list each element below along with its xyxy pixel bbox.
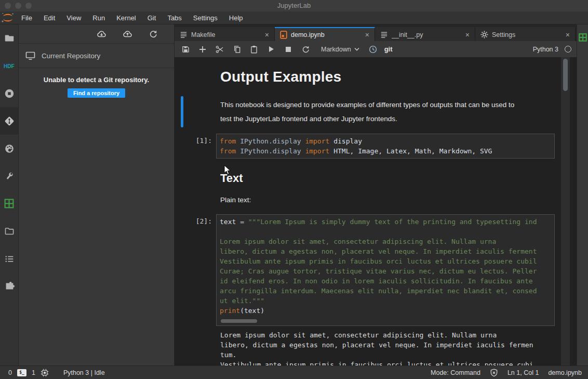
cell-2-output: Lorem ipsum dolor sit amet, consectetur … — [220, 330, 561, 365]
kernel-status-label[interactable]: Python 3 | Idle — [63, 369, 105, 376]
dock-tab-bar: Makefile × demo.ipynb × __init__.py × — [175, 24, 577, 41]
sidebar-item-hdf5[interactable]: HDF — [0, 52, 18, 80]
active-file-label[interactable]: demo.ipynb — [548, 369, 582, 376]
tab-demo-ipynb[interactable]: demo.ipynb × — [275, 27, 375, 41]
clock-icon-button[interactable] — [366, 43, 380, 56]
git-panel: Current Repository Unable to detect a Gi… — [19, 24, 175, 365]
code-editor-1[interactable]: from IPython.display import displayfrom … — [216, 134, 555, 159]
zoom-window-button[interactable] — [25, 3, 32, 9]
pull-changes-button[interactable] — [97, 29, 107, 38]
close-tab-icon[interactable]: × — [364, 31, 370, 38]
notebook-content: Output Examples This notebook is designe… — [175, 57, 577, 365]
menu-item[interactable]: Help — [223, 11, 249, 24]
markdown-cell-intro[interactable]: This notebook is designed to provide exa… — [220, 96, 561, 127]
code-line: Lorem ipsum dolor sit amet, consectetur … — [220, 237, 551, 246]
code-line: print(text) — [220, 306, 551, 316]
stop-circle-icon — [4, 88, 15, 99]
cut-cells-button[interactable] — [213, 43, 226, 56]
sidebar-item-property-inspector[interactable] — [0, 162, 18, 190]
kernel-chip-icon — [41, 369, 49, 377]
git-toolbar-label[interactable]: git — [384, 45, 393, 53]
tab-label: __init__.py — [392, 31, 461, 38]
run-cell-button[interactable] — [264, 43, 278, 56]
kernel-count[interactable]: 1 — [32, 369, 35, 376]
copy-cells-button[interactable] — [230, 43, 244, 56]
menu-bar-items: FileEditViewRunKernelGitTabsSettingsHelp — [16, 11, 249, 24]
terminal-count[interactable]: 0 — [8, 369, 12, 376]
sidebar-item-table-of-contents[interactable] — [0, 245, 18, 272]
push-changes-button[interactable] — [123, 29, 133, 38]
tab-init-py[interactable]: __init__.py × — [375, 27, 475, 41]
paste-cells-button[interactable] — [247, 43, 261, 56]
sidebar-item-running-sessions[interactable] — [0, 80, 18, 107]
kernel-status-icon[interactable] — [565, 46, 571, 53]
close-tab-icon[interactable]: × — [565, 31, 571, 38]
close-tab-icon[interactable]: × — [264, 31, 270, 38]
code-line: libero, dictum a egestas non, placerat v… — [220, 246, 551, 256]
horizontal-scrollbar-thumb[interactable] — [221, 319, 257, 323]
close-window-button[interactable] — [5, 3, 11, 9]
menu-item[interactable]: File — [16, 11, 38, 24]
window-title: JupyterLab — [0, 0, 588, 11]
sidebar-item-command-palette[interactable] — [0, 135, 18, 162]
trust-shield-icon[interactable] — [490, 369, 498, 377]
notebook-mode-label[interactable]: Mode: Command — [431, 369, 480, 376]
menu-item[interactable]: Kernel — [111, 11, 142, 24]
minimize-window-button[interactable] — [15, 3, 21, 9]
folder-outline-icon — [4, 226, 15, 237]
output-line: libero, dictum a egestas non, placerat v… — [220, 340, 561, 350]
code-editor-2[interactable]: text = """Lorem Ipsum is simply dummy te… — [216, 214, 555, 326]
sidebar-item-notebook-tools[interactable] — [0, 217, 18, 245]
kernel-name-label[interactable]: Python 3 — [533, 46, 558, 53]
mouse-cursor — [224, 165, 232, 176]
add-cell-button[interactable] — [196, 43, 209, 56]
interrupt-kernel-button[interactable] — [282, 43, 295, 56]
sidebar-item-git[interactable] — [0, 107, 18, 135]
code-cell-2: [2]: text = """Lorem Ipsum is simply dum… — [175, 214, 561, 326]
sidebar-item-table-editor[interactable] — [0, 190, 18, 217]
jupyterlab-window: JupyterLab FileEditViewRunKernelGitTabsS… — [0, 0, 588, 379]
menu-item[interactable]: Git — [142, 11, 162, 24]
traffic-lights — [5, 3, 32, 9]
selected-cell-indicator — [181, 96, 183, 127]
editor-horizontal-scrollbar — [220, 319, 551, 323]
text-file-icon — [180, 31, 188, 39]
jupyter-logo-icon — [0, 11, 16, 24]
menu-bar: FileEditViewRunKernelGitTabsSettingsHelp — [0, 11, 588, 24]
menu-item[interactable]: Edit — [38, 11, 61, 24]
find-repository-button[interactable]: Find a repository — [68, 88, 125, 98]
git-icon — [3, 115, 16, 127]
markdown-line: This notebook is designed to provide exa… — [220, 98, 561, 112]
right-sidebar-item-table[interactable] — [578, 33, 587, 42]
notebook-icon — [280, 31, 287, 39]
hdf5-icon: HDF — [3, 60, 16, 72]
sidebar-item-file-browser[interactable] — [0, 24, 18, 52]
notebook-heading-1: Output Examples — [220, 69, 561, 85]
menu-item[interactable]: View — [61, 11, 87, 24]
menu-item[interactable]: Run — [87, 11, 111, 24]
close-tab-icon[interactable]: × — [464, 31, 471, 38]
terminal-icon: $_ — [17, 369, 26, 376]
sidebar-item-extension-manager[interactable] — [0, 272, 18, 300]
tab-label: Settings — [492, 31, 561, 38]
tab-makefile[interactable]: Makefile × — [175, 27, 275, 41]
notebook-toolbar: Markdown git Python 3 — [175, 41, 577, 57]
code-line — [220, 227, 551, 237]
tab-settings[interactable]: Settings × — [475, 27, 576, 41]
green-grid-icon — [578, 33, 587, 42]
tab-label: Makefile — [191, 31, 260, 38]
git-no-repo-message: Unable to detect a Git repository. — [19, 76, 174, 84]
refresh-button[interactable] — [149, 30, 157, 38]
menu-item[interactable]: Tabs — [162, 11, 187, 24]
plain-text-label: Plain text: — [220, 196, 561, 204]
cell-type-dropdown[interactable]: Markdown — [318, 46, 363, 53]
menu-item[interactable]: Settings — [188, 11, 223, 24]
cursor-position-label[interactable]: Ln 1, Col 1 — [507, 369, 539, 376]
code-line: ut elit.""" — [220, 296, 551, 306]
restart-kernel-button[interactable] — [299, 43, 312, 56]
code-line: id eleifend eros. In non odio in lorem i… — [220, 276, 551, 286]
save-button[interactable] — [179, 43, 192, 56]
notebook-vertical-scrollbar[interactable] — [561, 57, 570, 365]
cell-type-value: Markdown — [321, 46, 351, 53]
vertical-scrollbar-thumb[interactable] — [563, 59, 568, 91]
